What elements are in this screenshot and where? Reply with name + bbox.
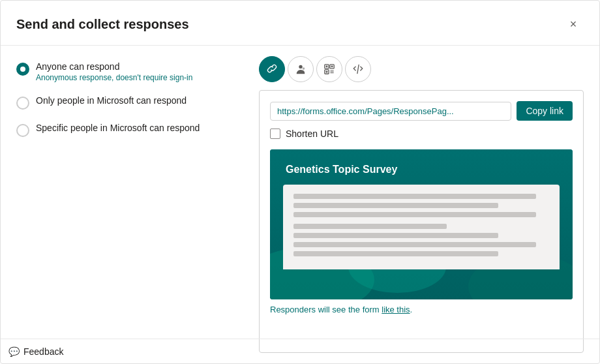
preview-line-5 (293, 233, 498, 238)
feedback-icon: 💬 (8, 346, 20, 357)
shorten-url-checkbox[interactable] (270, 129, 280, 139)
form-preview: Genetics Topic Survey (270, 149, 573, 299)
url-input[interactable] (270, 102, 511, 121)
radio-circle-anyone (16, 63, 29, 76)
preview-survey-title: Genetics Topic Survey (286, 164, 397, 175)
responders-note: Responders will see the form like this. (270, 305, 573, 314)
shorten-url-label: Shorten URL (286, 129, 338, 139)
preview-line-3 (293, 212, 536, 217)
radio-circle-microsoft (16, 97, 29, 110)
dialog-header: Send and collect responses × (1, 1, 599, 46)
radio-label-specific: Specific people in Microsoft can respond (36, 123, 200, 133)
tab-qr[interactable] (316, 56, 342, 82)
radio-sublabel-anyone: Anonymous response, doesn't require sign… (36, 73, 192, 82)
qr-icon (323, 63, 335, 75)
url-row: Copy link (270, 101, 573, 121)
radio-label-group-microsoft: Only people in Microsoft can respond (36, 95, 187, 106)
radio-label-group-anyone: Anyone can respond Anonymous response, d… (36, 61, 192, 82)
preview-line-7 (293, 251, 498, 256)
svg-rect-7 (333, 70, 334, 72)
svg-rect-5 (326, 71, 328, 73)
dialog-body: Anyone can respond Anonymous response, d… (1, 46, 599, 363)
embed-icon (352, 63, 364, 75)
preview-content-card (283, 185, 560, 269)
radio-option-specific[interactable]: Specific people in Microsoft can respond (16, 123, 233, 137)
responders-note-prefix: Responders will see the form (270, 305, 382, 314)
tabs-row (259, 56, 584, 82)
link-icon (266, 63, 278, 75)
left-panel: Anyone can respond Anonymous response, d… (1, 46, 248, 363)
svg-rect-9 (333, 72, 334, 74)
tab-collaborate[interactable] (288, 56, 314, 82)
preview-line-4 (293, 224, 447, 229)
tab-link[interactable] (259, 56, 285, 82)
svg-rect-3 (326, 66, 328, 68)
send-collect-dialog: Send and collect responses × Anyone can … (0, 0, 600, 364)
collaborate-icon (295, 63, 307, 75)
svg-rect-6 (331, 70, 332, 72)
preview-line-2 (293, 203, 498, 208)
link-area: Copy link Shorten URL (259, 90, 584, 353)
close-button[interactable]: × (563, 14, 584, 35)
radio-label-group-specific: Specific people in Microsoft can respond (36, 123, 200, 133)
responders-note-suffix: . (410, 305, 413, 314)
preview-header: Genetics Topic Survey (270, 149, 573, 185)
svg-rect-4 (331, 66, 333, 68)
preview-line-6 (293, 242, 536, 247)
shorten-url-row: Shorten URL (270, 129, 573, 139)
right-panel: Copy link Shorten URL (248, 46, 599, 363)
feedback-bar: 💬 Feedback (1, 339, 599, 363)
svg-rect-8 (331, 72, 332, 74)
copy-link-button[interactable]: Copy link (517, 101, 573, 121)
radio-circle-specific (16, 124, 29, 137)
dialog-title: Send and collect responses (16, 17, 189, 32)
feedback-label[interactable]: Feedback (23, 346, 63, 357)
responders-note-link[interactable]: like this (382, 305, 410, 314)
radio-label-anyone: Anyone can respond (36, 61, 192, 72)
tab-embed[interactable] (345, 56, 371, 82)
radio-option-anyone[interactable]: Anyone can respond Anonymous response, d… (16, 61, 233, 82)
preview-line-1 (293, 194, 536, 199)
radio-option-microsoft[interactable]: Only people in Microsoft can respond (16, 95, 233, 110)
radio-label-microsoft: Only people in Microsoft can respond (36, 95, 187, 106)
